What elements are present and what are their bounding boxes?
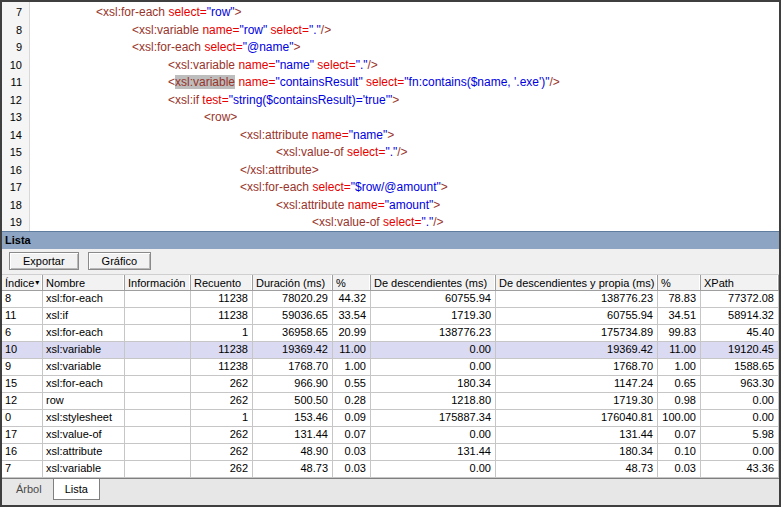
column-header-pct[interactable]: % (333, 275, 371, 290)
code-text: <xsl:value-of select="."/> (276, 144, 408, 162)
exportar-button[interactable]: Exportar (9, 252, 79, 270)
table-row[interactable]: 6xsl:for-each136958.6520.99138776.231757… (2, 325, 779, 342)
code-token: name= (202, 23, 239, 37)
code-line-8[interactable]: 8<xsl:variable name="row" select="."/> (2, 22, 779, 40)
tab-arbol[interactable]: Árbol (5, 479, 53, 499)
cell-de_descendientes_ms: 131.44 (371, 444, 496, 460)
cell-indice: 12 (2, 393, 43, 409)
code-text: </xsl:attribute> (240, 162, 319, 180)
line-number: 8 (2, 22, 30, 40)
code-token: "." (309, 23, 321, 37)
column-header-xpath[interactable]: XPath (701, 275, 779, 290)
column-header-de_descendientes_ms[interactable]: De descendientes (ms) (371, 275, 496, 290)
cell-xpath: 0.00 (701, 444, 779, 460)
code-token: > (441, 180, 448, 194)
code-token: > (235, 5, 242, 19)
code-token: <xsl:value-of (276, 145, 347, 159)
code-line-15[interactable]: 15<xsl:value-of select="."/> (2, 144, 779, 162)
cell-de_descendientes_ms: 1218.80 (371, 393, 496, 409)
code-token: select= (271, 23, 309, 37)
code-text: <xsl:if test="string($containsResult)='t… (168, 92, 399, 110)
highlighted-token: xsl:variable (175, 75, 235, 89)
cell-de_descendientes_y_propia_ms: 138776.23 (496, 291, 658, 307)
code-line-11[interactable]: 11<xsl:variable name="containsResult" se… (2, 74, 779, 92)
column-header-label: Índice (5, 277, 34, 289)
cell-de_descendientes_ms: 0.00 (371, 461, 496, 477)
cell-xpath: 19120.45 (701, 342, 779, 358)
table-row[interactable]: 10xsl:variable1123819369.4211.000.001936… (2, 342, 779, 359)
table-row[interactable]: 0xsl:stylesheet1153.460.09175887.3417604… (2, 410, 779, 427)
cell-de_descendientes_y_propia_ms: 131.44 (496, 427, 658, 443)
code-text: <xsl:attribute name="name"> (240, 127, 394, 145)
table-row[interactable]: 12row262500.500.281218.801719.300.980.00 (2, 393, 779, 410)
cell-de_descendientes_y_propia_ms: 175734.89 (496, 325, 658, 341)
cell-indice: 17 (2, 427, 43, 443)
cell-nombre: xsl:value-of (43, 427, 125, 443)
cell-recuento: 1 (191, 410, 253, 426)
cell-duracion_ms: 19369.42 (253, 342, 333, 358)
table-row[interactable]: 17xsl:value-of262131.440.070.00131.440.0… (2, 427, 779, 444)
code-token: name= (238, 75, 275, 89)
cell-informacion (125, 325, 191, 341)
code-line-7[interactable]: 7<xsl:for-each select="row"> (2, 4, 779, 22)
code-token: <xsl:if (168, 93, 202, 107)
code-line-17[interactable]: 17<xsl:for-each select="$row/@amount"> (2, 179, 779, 197)
cell-indice: 15 (2, 376, 43, 392)
table-header-row: Índice▾NombreInformaciónRecuentoDuración… (2, 274, 779, 291)
cell-recuento: 262 (191, 444, 253, 460)
cell-pct: 33.54 (333, 308, 371, 324)
column-header-de_descendientes_y_propia_ms[interactable]: De descendientes y propia (ms) (496, 275, 658, 290)
column-header-indice[interactable]: Índice▾ (2, 275, 43, 290)
column-header-label: Duración (ms) (256, 277, 325, 289)
cell-pct2: 1.00 (658, 359, 701, 375)
code-editor[interactable]: 7<xsl:for-each select="row">8<xsl:variab… (2, 2, 779, 231)
code-text: <xsl:variable name="name" select="."/> (168, 57, 378, 75)
code-line-19[interactable]: 19<xsl:value-of select="."/> (2, 214, 779, 231)
cell-recuento: 11238 (191, 291, 253, 307)
table-row[interactable]: 16xsl:attribute26248.900.03131.44180.340… (2, 444, 779, 461)
code-line-9[interactable]: 9<xsl:for-each select="@name"> (2, 39, 779, 57)
cell-xpath: 0.00 (701, 393, 779, 409)
code-text: <xsl:variable name="containsResult" sele… (168, 74, 560, 92)
cell-xpath: 0.00 (701, 410, 779, 426)
column-header-duracion_ms[interactable]: Duración (ms) (253, 275, 333, 290)
cell-informacion (125, 376, 191, 392)
sort-indicator-icon: ▾ (35, 279, 39, 287)
code-token: name= (348, 198, 385, 212)
table-row[interactable]: 11xsl:if1123859036.6533.541719.3060755.9… (2, 308, 779, 325)
cell-recuento: 11238 (191, 359, 253, 375)
cell-informacion (125, 444, 191, 460)
cell-informacion (125, 308, 191, 324)
grafico-button[interactable]: Gráfico (88, 252, 151, 270)
line-number: 9 (2, 39, 30, 57)
cell-xpath: 43.36 (701, 461, 779, 477)
cell-pct2: 0.65 (658, 376, 701, 392)
cell-indice: 11 (2, 308, 43, 324)
code-line-14[interactable]: 14<xsl:attribute name="name"> (2, 127, 779, 145)
code-token: select= (366, 75, 404, 89)
table-row[interactable]: 8xsl:for-each1123878020.2944.3260755.941… (2, 291, 779, 308)
code-line-16[interactable]: 16</xsl:attribute> (2, 162, 779, 180)
line-number: 16 (2, 162, 30, 180)
panel-title-bar: Lista (2, 231, 779, 249)
code-token: > (293, 40, 300, 54)
code-line-18[interactable]: 18<xsl:attribute name="amount"> (2, 197, 779, 215)
code-token: select= (347, 145, 385, 159)
code-line-10[interactable]: 10<xsl:variable name="name" select="."/> (2, 57, 779, 75)
column-header-label: % (336, 277, 346, 289)
cell-de_descendientes_ms: 180.34 (371, 376, 496, 392)
column-header-pct2[interactable]: % (658, 275, 701, 290)
code-line-13[interactable]: 13<row> (2, 109, 779, 127)
table-row[interactable]: 15xsl:for-each262966.900.55180.341147.24… (2, 376, 779, 393)
table-row[interactable]: 9xsl:variable112381768.701.000.001768.70… (2, 359, 779, 376)
column-header-nombre[interactable]: Nombre (43, 275, 125, 290)
code-line-12[interactable]: 12<xsl:if test="string($containsResult)=… (2, 92, 779, 110)
tab-lista[interactable]: Lista (53, 479, 100, 500)
code-token: <xsl:attribute (240, 128, 312, 142)
column-header-informacion[interactable]: Información (125, 275, 191, 290)
cell-pct2: 0.07 (658, 427, 701, 443)
column-header-recuento[interactable]: Recuento (191, 275, 253, 290)
code-token: name= (238, 58, 275, 72)
cell-de_descendientes_y_propia_ms: 180.34 (496, 444, 658, 460)
table-row[interactable]: 7xsl:variable26248.730.030.0048.730.0343… (2, 461, 779, 478)
